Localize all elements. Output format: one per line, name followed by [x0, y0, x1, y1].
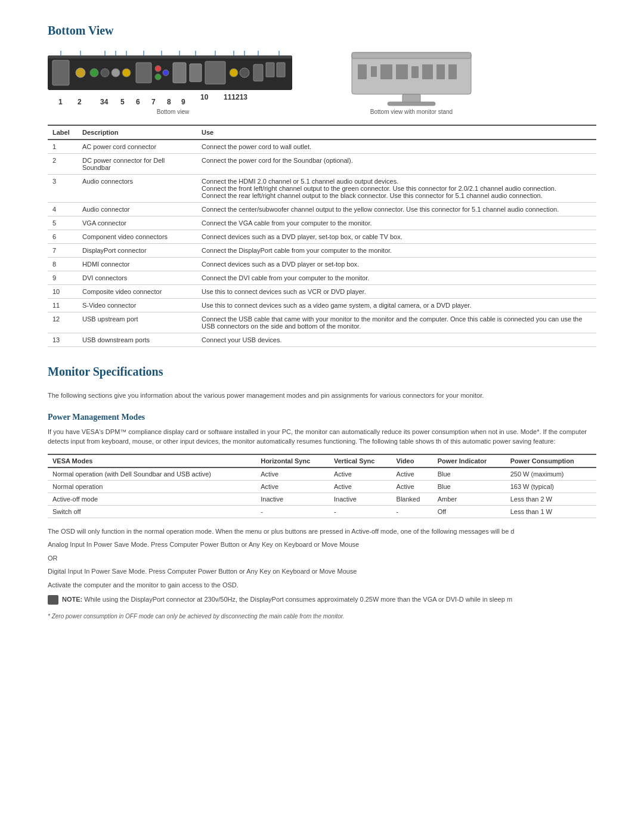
row-label: 11 — [48, 299, 78, 312]
row-label: 1 — [48, 140, 78, 154]
table-row: 1AC power cord connectorConnect the powe… — [48, 140, 596, 154]
row-description: DisplayPort connector — [78, 244, 197, 258]
row-use: Connect the DisplayPort cable from your … — [197, 244, 596, 258]
table-row: 2DC power connector for Dell SoundbarCon… — [48, 154, 596, 175]
power-mgmt-title: Power Management Modes — [48, 413, 596, 422]
table-row: 11S-Video connectorUse this to connect d… — [48, 299, 596, 312]
svg-point-10 — [155, 74, 161, 80]
row-label: 13 — [48, 333, 78, 347]
osd-note5: Activate the computer and the monitor to… — [48, 580, 596, 590]
row-use: Connect the VGA cable from your computer… — [197, 216, 596, 230]
power-cell-3: Blanked — [392, 493, 433, 505]
power-cell-3: Active — [392, 467, 433, 481]
full-note-text: NOTE: While using the DisplayPort connec… — [62, 594, 512, 605]
svg-point-6 — [112, 69, 120, 77]
bottom-view-images: 1 2 34 5 6 7 8 9 10 111213 Bottom view — [48, 49, 596, 115]
svg-point-11 — [163, 70, 169, 76]
power-cell-4: Off — [433, 505, 506, 518]
row-use: Use this to connect devices such as a vi… — [197, 299, 596, 312]
footnote: * Zero power consumption in OFF mode can… — [48, 613, 596, 620]
left-image-block: 1 2 34 5 6 7 8 9 10 111213 Bottom view — [48, 49, 298, 115]
connector-diagram-svg: 1 2 34 5 6 7 8 9 10 111213 — [48, 49, 298, 106]
pm-header-modes: VESA Modes — [48, 454, 256, 467]
table-row: 6Component video connectorsConnect devic… — [48, 230, 596, 244]
row-use: Connect the power cord to wall outlet. — [197, 140, 596, 154]
power-cell-3: - — [392, 505, 433, 518]
svg-rect-50 — [380, 64, 392, 79]
svg-rect-2 — [52, 60, 69, 85]
power-table-row: Normal operationActiveActiveActiveBlue16… — [48, 480, 596, 493]
row-use: Connect your USB devices. — [197, 333, 596, 347]
row-use: Connect devices such as a DVD player, se… — [197, 230, 596, 244]
power-table-row: Normal operation (with Dell Soundbar and… — [48, 467, 596, 481]
power-table-row: Switch off---OffLess than 1 W — [48, 505, 596, 518]
row-label: 6 — [48, 230, 78, 244]
note-container: NOTE: While using the DisplayPort connec… — [48, 594, 596, 608]
row-description: VGA connector — [78, 216, 197, 230]
table-row: 5VGA connectorConnect the VGA cable from… — [48, 216, 596, 230]
note-label: NOTE: — [62, 596, 82, 603]
table-row: 13USB downstream portsConnect your USB d… — [48, 333, 596, 347]
row-use: Use this to connect devices such as VCR … — [197, 285, 596, 299]
pm-header-hsync: Horizontal Sync — [256, 454, 329, 467]
note-body: While using the DisplayPort connector at… — [84, 596, 512, 603]
bottom-view-title: Bottom View — [48, 24, 596, 38]
svg-point-7 — [122, 69, 131, 77]
svg-rect-48 — [358, 64, 367, 79]
power-cell-2: Inactive — [329, 493, 392, 505]
power-cell-0: Switch off — [48, 505, 256, 518]
power-cell-5: 250 W (maximum) — [506, 467, 596, 481]
osd-note2: Analog Input In Power Save Mode. Press C… — [48, 540, 596, 550]
power-cell-5: Less than 2 W — [506, 493, 596, 505]
osd-note3: OR — [48, 553, 596, 563]
monitor-stand-svg — [346, 49, 477, 106]
row-label: 8 — [48, 258, 78, 271]
power-cell-5: 163 W (typical) — [506, 480, 596, 493]
power-cell-0: Active-off mode — [48, 493, 256, 505]
table-row: 3Audio connectorsConnect the HDMI 2.0 ch… — [48, 175, 596, 203]
row-use: Connect the USB cable that came with you… — [197, 312, 596, 333]
svg-rect-14 — [205, 61, 225, 84]
svg-text:10: 10 — [200, 93, 209, 101]
power-cell-0: Normal operation (with Dell Soundbar and… — [48, 467, 256, 481]
svg-point-5 — [101, 69, 109, 77]
row-use: Connect the center/subwoofer channel out… — [197, 203, 596, 216]
table-header-description: Description — [78, 125, 197, 140]
svg-text:9: 9 — [181, 98, 185, 106]
row-description: AC power cord connector — [78, 140, 197, 154]
power-mgmt-body: If you have VESA's DPM™ compliance displ… — [48, 427, 596, 447]
power-cell-2: Active — [329, 480, 392, 493]
table-header-label: Label — [48, 125, 78, 140]
note-icon — [48, 595, 58, 605]
row-label: 7 — [48, 244, 78, 258]
row-label: 4 — [48, 203, 78, 216]
osd-note1: The OSD will only function in the normal… — [48, 527, 596, 537]
svg-rect-18 — [266, 63, 274, 77]
svg-rect-17 — [253, 64, 263, 81]
svg-text:34: 34 — [100, 98, 109, 106]
left-image-caption: Bottom view — [157, 109, 189, 115]
svg-point-4 — [90, 69, 98, 77]
row-description: DC power connector for Dell Soundbar — [78, 154, 197, 175]
table-row: 4Audio connectorConnect the center/subwo… — [48, 203, 596, 216]
row-label: 9 — [48, 271, 78, 285]
pm-header-vsync: Vertical Sync — [329, 454, 392, 467]
power-cell-1: - — [256, 505, 329, 518]
monitor-specs-intro: The following sections give you informat… — [48, 391, 596, 401]
svg-text:5: 5 — [120, 98, 125, 106]
table-header-use: Use — [197, 125, 596, 140]
svg-rect-1 — [48, 55, 292, 58]
row-description: Component video connectors — [78, 230, 197, 244]
table-row: 12USB upstream portConnect the USB cable… — [48, 312, 596, 333]
row-label: 2 — [48, 154, 78, 175]
row-use: Connect the power cord for the Soundbar … — [197, 154, 596, 175]
table-row: 10Composite video connectorUse this to c… — [48, 285, 596, 299]
power-table-row: Active-off modeInactiveInactiveBlankedAm… — [48, 493, 596, 505]
table-row: 7DisplayPort connectorConnect the Displa… — [48, 244, 596, 258]
power-cell-1: Active — [256, 467, 329, 481]
row-description: Composite video connector — [78, 285, 197, 299]
row-label: 5 — [48, 216, 78, 230]
power-cell-3: Active — [392, 480, 433, 493]
svg-text:1: 1 — [58, 98, 63, 106]
right-image-block: Bottom view with monitor stand — [346, 49, 477, 115]
